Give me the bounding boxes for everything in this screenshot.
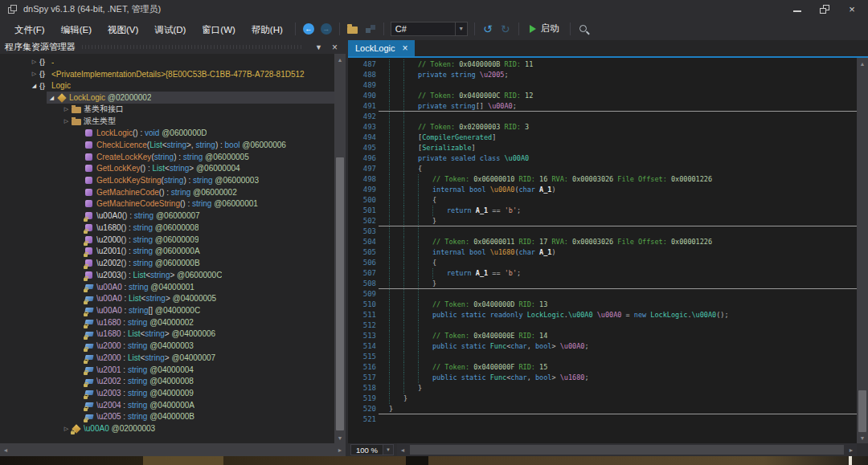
scroll-right-button[interactable]: ► bbox=[334, 444, 346, 455]
code-editor[interactable]: 487// Token: 0x0400000B RID: 11488privat… bbox=[348, 58, 857, 443]
code-line[interactable]: 504// Token: 0x06000011 RID: 17 RVA: 0x0… bbox=[348, 237, 857, 247]
code-line[interactable]: 516// Token: 0x0400000F RID: 15 bbox=[348, 362, 857, 373]
code-line[interactable]: 514public static Func<char, bool> \u00A0… bbox=[348, 341, 857, 352]
menu-item-view[interactable]: 视图(V) bbox=[100, 22, 146, 38]
expander-icon[interactable]: ▷ bbox=[61, 426, 72, 432]
tree-row[interactable]: ▷{}- bbox=[0, 56, 334, 68]
scroll-down-button[interactable]: ▼ bbox=[857, 432, 868, 443]
search-button[interactable] bbox=[575, 20, 592, 38]
code-line[interactable]: 513// Token: 0x0400000E RID: 14 bbox=[348, 331, 857, 341]
code-line[interactable]: 493// Token: 0x02000003 RID: 3 bbox=[348, 122, 857, 133]
code-line[interactable]: 494[CompilerGenerated] bbox=[348, 133, 857, 143]
code-line[interactable]: 515 bbox=[348, 352, 857, 362]
code-line[interactable]: 498// Token: 0x06000010 RID: 16 RVA: 0x0… bbox=[348, 174, 857, 185]
code-line[interactable]: 512 bbox=[348, 320, 857, 331]
menu-item-help[interactable]: 帮助(H) bbox=[244, 22, 291, 38]
scroll-up-button[interactable]: ▲ bbox=[857, 58, 868, 69]
code-line[interactable]: 492 bbox=[348, 112, 857, 122]
tab-locklogic[interactable]: LockLogic × bbox=[348, 40, 415, 56]
code-line[interactable]: 506{ bbox=[348, 258, 857, 268]
tree-row[interactable]: \u2003 : string @04000009 bbox=[0, 387, 334, 399]
tree-row[interactable]: ◢{}Logic bbox=[0, 80, 334, 92]
expander-icon[interactable]: ▷ bbox=[61, 106, 72, 112]
menu-item-file[interactable]: 文件(F) bbox=[6, 22, 53, 38]
tree-row[interactable]: ◢LockLogic @02000002 bbox=[0, 92, 334, 104]
code-line[interactable]: 495[Serializable] bbox=[348, 143, 857, 153]
code-line[interactable]: 503 bbox=[348, 226, 857, 237]
tree-row[interactable]: \u00A0 : string @04000001 bbox=[0, 281, 334, 293]
redo-button[interactable]: ↻ bbox=[497, 20, 514, 38]
tree-row[interactable]: \u1680 : List<string> @04000006 bbox=[0, 328, 334, 341]
tree-row[interactable]: \u2004 : string @0400000A bbox=[0, 399, 334, 411]
expander-icon[interactable]: ▷ bbox=[29, 59, 39, 65]
tree-row[interactable]: \u1680 : string @04000002 bbox=[0, 316, 334, 328]
code-line[interactable]: 501return A_1 == 'b'; bbox=[348, 206, 857, 216]
scroll-thumb[interactable] bbox=[336, 157, 344, 430]
scroll-right-button[interactable]: ► bbox=[845, 444, 857, 455]
code-line[interactable]: 488private string \u2005; bbox=[348, 70, 857, 80]
code-line[interactable]: 519} bbox=[348, 394, 857, 404]
code-line[interactable]: 507return A_1 == 'b'; bbox=[348, 268, 857, 279]
forward-button[interactable]: → bbox=[317, 20, 335, 38]
tree-row[interactable]: GetLockKey() : List<string> @06000004 bbox=[0, 162, 334, 174]
code-line[interactable]: 499internal bool \u00A0(char A_1) bbox=[348, 185, 857, 195]
tree-row[interactable]: \u1680() : string @06000008 bbox=[0, 222, 334, 234]
tree-row[interactable]: \u2000 : string @04000003 bbox=[0, 340, 334, 352]
editor-hscrollbar[interactable]: ◄ ► bbox=[397, 443, 857, 456]
code-line[interactable]: 510// Token: 0x0400000D RID: 13 bbox=[348, 300, 857, 310]
editor-vscrollbar[interactable]: ▲ ▼ bbox=[857, 58, 868, 443]
scroll-thumb[interactable] bbox=[410, 445, 844, 455]
tree-row[interactable]: \u2005 : string @0400000B bbox=[0, 411, 334, 423]
scroll-down-button[interactable]: ▼ bbox=[334, 432, 346, 443]
tree-row[interactable]: \u00A0 : List<string> @04000005 bbox=[0, 292, 334, 304]
tree-row[interactable]: \u00A0() : string @06000007 bbox=[0, 210, 334, 222]
tree-row[interactable]: LockLogic() : void @0600000D bbox=[0, 127, 334, 139]
tree-row[interactable]: ▷\u00A0 @02000003 bbox=[0, 422, 334, 434]
code-line[interactable]: 496private sealed class \u00A0 bbox=[348, 153, 857, 164]
tree-row[interactable]: \u2003() : List<string> @0600000C bbox=[0, 269, 334, 281]
code-line[interactable]: 502} bbox=[348, 216, 857, 226]
open-file-button[interactable] bbox=[344, 20, 362, 38]
tree-row[interactable]: ▷{}<PrivateImplementationDetails>{8E00C5… bbox=[0, 68, 334, 80]
tree-row[interactable]: CheckLicence(List<string>, string) : boo… bbox=[0, 139, 334, 151]
code-line[interactable]: 509 bbox=[348, 289, 857, 300]
tree-row[interactable]: \u2002 : string @04000008 bbox=[0, 375, 334, 387]
code-line[interactable]: 491private string[] \u00A0; bbox=[348, 101, 857, 112]
scroll-up-button[interactable]: ▲ bbox=[334, 54, 346, 65]
menu-item-edit[interactable]: 编辑(E) bbox=[53, 22, 100, 38]
scroll-left-button[interactable]: ◄ bbox=[0, 444, 11, 455]
code-line[interactable]: 487// Token: 0x0400000B RID: 11 bbox=[348, 59, 857, 70]
tree-row[interactable]: \u2001 : string @04000004 bbox=[0, 364, 334, 376]
scroll-left-button[interactable]: ◄ bbox=[397, 444, 408, 455]
code-line[interactable]: 521 bbox=[348, 414, 857, 425]
tree-row[interactable]: \u2001() : string @0600000A bbox=[0, 246, 334, 258]
code-line[interactable]: 518} bbox=[348, 383, 857, 394]
code-line[interactable]: 500{ bbox=[348, 195, 857, 206]
open-module-button[interactable] bbox=[362, 20, 379, 38]
minimize-button[interactable] bbox=[792, 5, 802, 14]
code-line[interactable]: 508} bbox=[348, 279, 857, 289]
code-line[interactable]: 520} bbox=[348, 404, 857, 414]
code-line[interactable]: 497{ bbox=[348, 164, 857, 174]
restore-button[interactable] bbox=[820, 5, 829, 14]
tree-row[interactable]: ▷基类和接口 bbox=[0, 104, 334, 116]
close-button[interactable]: × bbox=[847, 5, 857, 14]
tree-hscrollbar[interactable]: ◄ ► bbox=[0, 443, 346, 456]
code-line[interactable]: 490// Token: 0x0400000C RID: 12 bbox=[348, 91, 857, 101]
code-line[interactable]: 511public static readonly LockLogic.\u00… bbox=[348, 310, 857, 320]
expander-icon[interactable]: ◢ bbox=[29, 83, 39, 89]
language-select[interactable]: C# ▼ bbox=[391, 22, 468, 36]
tree-row[interactable]: GetMachineCode() : string @06000002 bbox=[0, 186, 334, 198]
menu-item-debug[interactable]: 调试(D) bbox=[146, 22, 194, 38]
code-line[interactable]: 517public static Func<char, bool> \u1680… bbox=[348, 373, 857, 383]
panel-menu-button[interactable]: ▼ bbox=[310, 43, 327, 51]
tree-row[interactable]: \u2000 : List<string> @04000007 bbox=[0, 352, 334, 364]
back-button[interactable]: ← bbox=[300, 20, 317, 38]
expander-icon[interactable]: ▷ bbox=[61, 118, 72, 124]
tree-row[interactable]: \u2000() : string @06000009 bbox=[0, 234, 334, 246]
tree-row[interactable]: ▷派生类型 bbox=[0, 116, 334, 128]
tree-row[interactable]: CreateLockKey(string) : string @06000005 bbox=[0, 151, 334, 163]
zoom-select[interactable]: 100 % ▼ bbox=[350, 444, 394, 455]
scroll-thumb[interactable] bbox=[858, 390, 866, 432]
tree-row[interactable]: \u2002() : string @0600000B bbox=[0, 257, 334, 269]
